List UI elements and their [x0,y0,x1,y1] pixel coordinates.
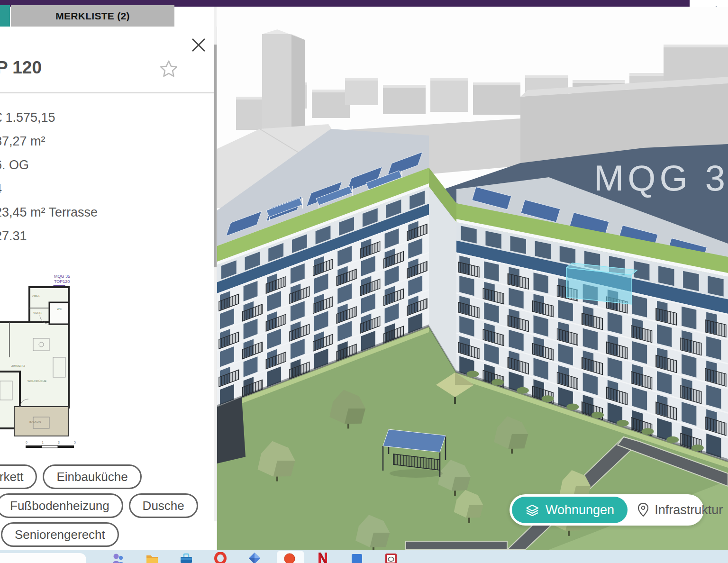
detail-terrace: 23,45 m² Terrasse [0,200,98,224]
project-watermark: MQG 35 [594,157,728,199]
panel-scrollbar-thumb[interactable] [214,45,217,267]
apartment-detail-panel: P 120 € 1.575,15 87,27 m² 6. OG 4 23,45 … [0,27,217,550]
people-icon[interactable] [112,552,124,563]
tab-merkliste-label: MERKLISTE (2) [55,10,130,22]
map-pin-icon [637,502,649,518]
room-label: WOHNKÜCHE [27,380,46,382]
layers-icon [525,504,539,516]
windows-taskbar[interactable] [0,550,728,563]
room-label: BALKON [29,420,41,423]
browser-icon[interactable] [283,552,296,563]
teal-accent-square [0,5,10,27]
close-icon[interactable] [190,36,208,54]
floorplan-label-project: MQG 35 [54,274,70,279]
3d-building-view[interactable]: MQG 35 [217,7,728,550]
scale-label: 3 [58,441,60,444]
detail-floor: 6. OG [0,153,98,177]
detail-list: € 1.575,15 87,27 m² 6. OG 4 23,45 m² Ter… [0,106,98,248]
3d-render [217,7,728,550]
detail-rooms: 4 [0,177,98,200]
app-icon[interactable] [351,552,363,563]
tag-fussbodenheizung[interactable]: Fußbodenheizung [0,493,123,518]
room-label: ZIMMER 2 [11,364,25,367]
layer-toggle: Wohnungen Infrastruktur [510,494,704,526]
feature-tags: Parkett Einbauküche Fußbodenheizung Dusc… [0,464,204,551]
favorite-star-icon[interactable] [158,59,179,80]
camera-icon[interactable] [385,552,397,563]
toolbox-icon[interactable] [180,552,192,563]
opera-icon[interactable] [214,552,227,563]
scale-label: 0 [26,441,27,444]
tag-parkett[interactable]: Parkett [0,464,37,489]
toggle-infrastruktur-label: Infrastruktur [655,503,723,518]
tag-seniorengerecht[interactable]: Seniorengerecht [1,522,119,547]
scale-label: 5 [74,441,76,444]
floorplan-image[interactable]: MQG 35 TOP120 ABST. VORR. WC ZIMMER 2 [0,263,101,454]
scale-label: 1 [42,441,44,444]
room-label: VORR. [33,311,42,314]
tag-einbaukueche[interactable]: Einbauküche [43,464,141,489]
detail-misc: 27.31 [0,224,98,248]
divider [0,92,214,93]
apartment-title: P 120 [0,58,42,78]
detail-area: 87,27 m² [0,129,98,153]
folder-icon[interactable] [146,552,158,563]
diamond-icon[interactable] [248,552,261,563]
tab-merkliste[interactable]: MERKLISTE (2) [11,5,174,27]
toggle-wohnungen-label: Wohnungen [546,503,614,518]
detail-price: € 1.575,15 [0,106,98,129]
floorplan-label-top: TOP120 [54,279,70,284]
panel-scrollbar[interactable] [214,7,217,521]
netflix-icon[interactable] [317,552,329,563]
toggle-wohnungen-button[interactable]: Wohnungen [512,497,628,523]
tag-dusche[interactable]: Dusche [129,493,198,518]
taskbar-search-area[interactable] [0,553,86,563]
room-label: ABST. [32,294,40,297]
toggle-infrastruktur-button[interactable]: Infrastruktur [637,502,728,518]
room-label: WC [57,308,62,310]
